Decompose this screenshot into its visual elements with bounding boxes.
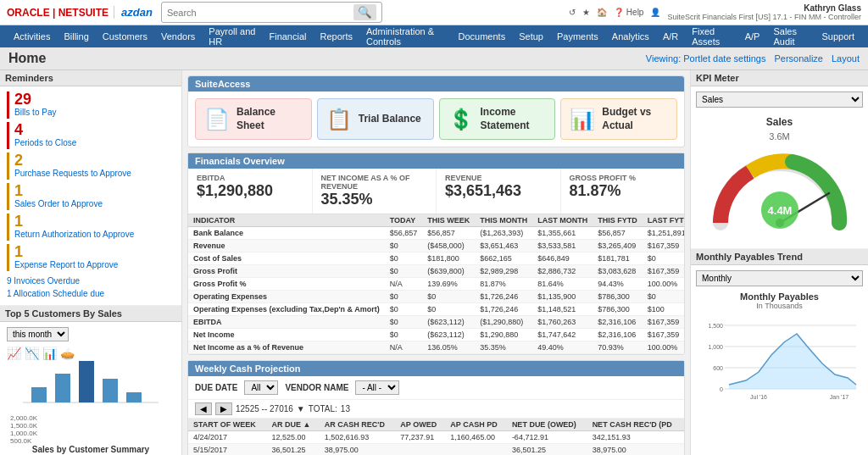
other-item[interactable]: 9 Invoices Overdue: [7, 275, 175, 287]
top-right-area: ↺ ★ 🏠 ❓ Help 👤 Kathryn Glass SuiteScrit …: [569, 3, 861, 21]
nav-item-payments[interactable]: Payments: [550, 25, 605, 47]
nav-item-billing[interactable]: Billing: [57, 25, 95, 47]
weekly-cell: 36,501.25: [266, 444, 319, 455]
fin-cell: 35.35%: [475, 341, 532, 354]
fin-cell: $0: [643, 252, 684, 265]
help-icon[interactable]: ❓ Help: [614, 8, 643, 17]
prev-week-button[interactable]: ◀: [195, 402, 212, 415]
budget-vs-actual-card[interactable]: 📊 Budget vs Actual: [560, 98, 677, 140]
fin-cell: $181,781: [593, 252, 643, 265]
budget-vs-actual-label: Budget vs Actual: [602, 106, 668, 132]
chart-y-labels: 2,000.0K 1,500.0K 1,000.0K 500.0K: [7, 414, 175, 445]
favorites-icon[interactable]: ★: [582, 8, 590, 17]
nav-item-setup[interactable]: Setup: [512, 25, 550, 47]
reminder-number: 1: [14, 214, 134, 229]
nav-item-vendors[interactable]: Vendors: [154, 25, 202, 47]
reminder-bar: [7, 153, 9, 180]
svg-rect-2: [55, 374, 70, 402]
fin-cell: $1,290,880: [475, 329, 532, 341]
due-date-select[interactable]: All: [244, 380, 278, 395]
nav-item-customers[interactable]: Customers: [96, 25, 154, 47]
financials-table-header: INDICATORTODAYTHIS WEEKTHIS MONTHLAST MO…: [188, 214, 684, 227]
next-week-button[interactable]: ▶: [215, 402, 232, 415]
fin-table-row: Gross Profit %N/A139.69%81.87%81.64%94.4…: [188, 278, 684, 291]
nav-item-documents[interactable]: Documents: [452, 25, 513, 47]
nav-item-support[interactable]: Support: [815, 25, 861, 47]
svg-text:1,500: 1,500: [708, 323, 723, 329]
vendor-name-label: VENDOR NAME: [285, 383, 348, 392]
search-input[interactable]: [167, 8, 353, 18]
fin-cell: $167,359: [643, 265, 684, 278]
nav-item-analytics[interactable]: Analytics: [605, 25, 656, 47]
fin-cell: $3,083,628: [593, 265, 643, 278]
nav-item-sales-audit[interactable]: Sales Audit: [766, 25, 815, 47]
viewing-label[interactable]: Viewing: Portlet date settings: [646, 53, 766, 64]
fin-cell: $0: [643, 291, 684, 303]
svg-text:600: 600: [713, 365, 723, 371]
nav-item-financial[interactable]: Financial: [262, 25, 313, 47]
weekly-col-header: AP CASH PD: [445, 419, 507, 431]
weekly-col-header: AP OWED: [395, 419, 445, 431]
fin-cell: $3,265,409: [593, 240, 643, 252]
net-income-pct-value: 35.35%: [321, 191, 428, 208]
weekly-cell: 1,502,616.93: [320, 431, 396, 444]
nav-item-a/p[interactable]: A/P: [738, 25, 767, 47]
azdan-logo: azdan: [114, 6, 153, 19]
nav-item-reports[interactable]: Reports: [314, 25, 360, 47]
customers-filter: this month: [7, 327, 175, 341]
weekly-table-header: START OF WEEKAR DUE ▲AR CASH REC'DAP OWE…: [188, 419, 684, 431]
fin-cell: $0: [385, 252, 423, 265]
fin-table-row: Operating Expenses$0$0$1,726,246$1,135,9…: [188, 291, 684, 303]
payables-section: Monthly Payables Trend Monthly Monthly P…: [691, 249, 868, 412]
customers-filter-select[interactable]: this month: [7, 327, 69, 341]
fin-cell: $167,359: [643, 240, 684, 252]
reminder-text[interactable]: Expense Report to Approve: [14, 259, 118, 270]
line-chart-icon[interactable]: 📈: [7, 347, 21, 360]
fin-cell: $1,251,891: [643, 227, 684, 240]
other-item[interactable]: 1 Allocation Schedule due: [7, 287, 175, 300]
ebitda-value: $1,290,880: [197, 182, 303, 200]
reminder-text[interactable]: Sales Order to Approve: [14, 198, 103, 209]
balance-sheet-card[interactable]: 📄 Balance Sheet: [195, 98, 312, 140]
nav-item-payroll-and-hr[interactable]: Payroll and HR: [202, 25, 262, 47]
nav-item-administration-&-controls[interactable]: Administration & Controls: [359, 25, 452, 47]
reminder-text[interactable]: Periods to Close: [14, 137, 76, 148]
kpi-select[interactable]: Sales: [696, 92, 863, 108]
reminder-text[interactable]: Bills to Pay: [14, 107, 56, 118]
svg-text:4.4M: 4.4M: [767, 204, 792, 217]
reminder-text[interactable]: Purchase Requests to Approve: [14, 168, 131, 179]
fin-table-row: Cost of Sales$0$181,800$662,165$646,849$…: [188, 252, 684, 265]
fin-cell: ($623,112): [422, 316, 475, 329]
fin-cell: Operating Expenses (excluding Tax,Dep'n …: [188, 303, 385, 316]
balance-sheet-label: Balance Sheet: [236, 106, 303, 132]
net-income-pct-label: Net Income as a % of Revenue: [321, 174, 428, 191]
nav-item-fixed-assets[interactable]: Fixed Assets: [685, 25, 737, 47]
fin-cell: $100: [643, 303, 684, 316]
weekly-cell: 5/15/2017: [188, 444, 266, 455]
payables-line-chart: 1,500 1,000 600 0 Jul '16 Jan '17: [696, 314, 863, 407]
personalize-button[interactable]: Personalize: [774, 53, 822, 64]
revenue-label: Revenue: [445, 174, 552, 182]
income-statement-card[interactable]: 💲 Income Statement: [439, 98, 556, 140]
fin-cell: 100.00%: [643, 278, 684, 291]
nav-item-activities[interactable]: Activities: [7, 25, 57, 47]
nav-item-a/r[interactable]: A/R: [656, 25, 685, 47]
reminder-item: 4 Periods to Close: [7, 122, 175, 149]
weekly-col-header: AR DUE ▲: [266, 419, 319, 431]
fin-cell: 100.00%: [643, 341, 684, 354]
vendor-name-select[interactable]: - All -: [355, 380, 399, 395]
payables-filter-select[interactable]: Monthly: [696, 270, 863, 286]
trial-balance-card[interactable]: 📋 Trial Balance: [317, 98, 434, 140]
svg-text:Jan '17: Jan '17: [830, 394, 849, 400]
reminder-text[interactable]: Return Authorization to Approve: [14, 229, 134, 240]
history-icon[interactable]: ↺: [569, 8, 576, 17]
search-bar[interactable]: 🔍: [161, 2, 382, 23]
home-icon[interactable]: 🏠: [597, 8, 607, 17]
fin-cell: $181,800: [422, 252, 475, 265]
user-role: SuiteScrit Financials First [US] 17.1 - …: [667, 13, 861, 21]
right-panel: KPI Meter Sales Sales 3.6M: [690, 70, 868, 455]
page-title-bar: Home Viewing: Portlet date settings Pers…: [0, 47, 868, 70]
layout-button[interactable]: Layout: [832, 53, 860, 64]
fin-cell: $167,359: [643, 316, 684, 329]
search-button[interactable]: 🔍: [353, 4, 376, 20]
